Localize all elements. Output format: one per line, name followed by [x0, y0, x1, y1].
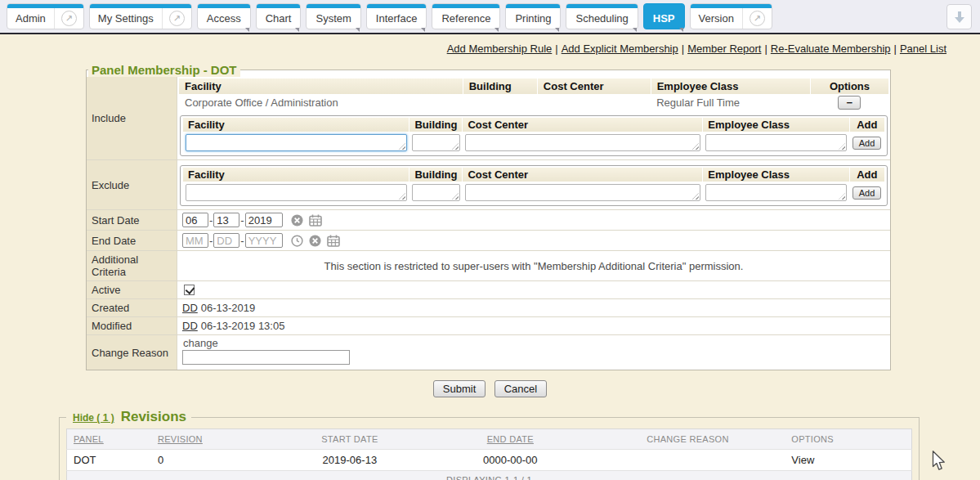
- tab-access[interactable]: Access: [197, 3, 251, 29]
- collapse-header-button[interactable]: [946, 4, 972, 29]
- down-arrow-icon: [953, 11, 966, 24]
- start-date-label: Start Date: [87, 210, 177, 230]
- start-day-input[interactable]: [213, 213, 239, 227]
- tab-interface[interactable]: Interface: [366, 3, 427, 29]
- exclude-building-input[interactable]: [412, 184, 460, 201]
- end-date-row: End Date - -: [87, 230, 890, 250]
- revisions-header-change-reason: CHANGE REASON: [591, 429, 785, 450]
- tab-my-settings-label[interactable]: My Settings: [90, 8, 162, 29]
- created-date: 06-13-2019: [201, 302, 256, 314]
- add-header-facility: Facility: [183, 118, 409, 132]
- add-header-employee-class: Employee Class: [703, 118, 849, 132]
- panel-list-link[interactable]: Panel List: [900, 43, 946, 55]
- tab-chart[interactable]: Chart: [256, 3, 302, 29]
- rules-header-building: Building: [463, 79, 537, 94]
- tab-admin-label[interactable]: Admin: [7, 8, 54, 29]
- link-separator: |: [764, 43, 767, 55]
- time-icon[interactable]: [291, 235, 303, 247]
- link-separator: |: [894, 43, 897, 55]
- active-checkbox-checked[interactable]: [184, 285, 195, 295]
- include-add-box: Facility Building Cost Center Employee C…: [180, 115, 888, 156]
- revisions-paging-status: DISPLAYING 1-1 / 1: [67, 471, 912, 480]
- revision-view-link[interactable]: View: [791, 454, 814, 466]
- link-separator: |: [555, 43, 557, 55]
- submit-button[interactable]: Submit: [433, 380, 486, 397]
- created-user-link[interactable]: DD: [182, 302, 198, 314]
- exclude-add-button[interactable]: Add: [852, 186, 882, 200]
- panel-membership-title: Panel Membership - DOT: [88, 63, 240, 77]
- revision-end-date: 0000-00-00: [430, 450, 590, 471]
- clear-date-icon[interactable]: [291, 214, 303, 227]
- tab-system[interactable]: System: [306, 3, 360, 29]
- end-year-input[interactable]: [245, 233, 283, 248]
- end-day-input[interactable]: [213, 233, 239, 248]
- revisions-hide-toggle[interactable]: Hide ( 1 ): [73, 412, 114, 424]
- add-header-employee-class: Employee Class: [703, 168, 849, 182]
- include-facility-input[interactable]: [186, 134, 407, 151]
- rule-employee-class: Regular Full Time: [651, 94, 810, 111]
- change-reason-input[interactable]: [182, 350, 350, 365]
- external-link-icon: ↗: [750, 11, 765, 26]
- tab-scheduling[interactable]: Scheduling: [566, 3, 638, 29]
- tab-my-settings[interactable]: My Settings ↗: [89, 3, 192, 29]
- start-month-input[interactable]: [182, 213, 208, 227]
- calendar-icon[interactable]: [309, 214, 322, 227]
- add-explicit-membership-link[interactable]: Add Explicit Membership: [562, 43, 678, 55]
- revisions-header-revision[interactable]: REVISION: [151, 429, 270, 450]
- start-year-input[interactable]: [245, 213, 283, 227]
- created-row: Created DD 06-13-2019: [87, 298, 890, 316]
- clear-date-icon[interactable]: [309, 235, 321, 247]
- modified-user-link[interactable]: DD: [182, 320, 198, 332]
- add-membership-rule-link[interactable]: Add Membership Rule: [447, 43, 553, 55]
- add-header-building: Building: [409, 118, 463, 132]
- add-header-add: Add: [849, 168, 884, 182]
- rule-building: [463, 94, 537, 111]
- revisions-header-panel[interactable]: PANEL: [67, 429, 151, 450]
- tab-version[interactable]: Version ↗: [690, 3, 772, 29]
- tab-printing[interactable]: Printing: [505, 3, 561, 29]
- rule-facility: Corporate Office / Administration: [179, 94, 463, 111]
- rule-cost-center: [537, 94, 651, 111]
- date-separator: -: [240, 235, 244, 247]
- active-row: Active: [87, 280, 890, 298]
- re-evaluate-membership-link[interactable]: Re-Evaluate Membership: [771, 43, 891, 55]
- external-link-icon: ↗: [169, 11, 185, 26]
- tab-hsp-active[interactable]: HSP: [643, 3, 685, 29]
- rules-header-options: Options: [811, 79, 889, 94]
- modified-row: Modified DD 06-13-2019 13:05: [87, 316, 890, 334]
- revisions-header-end-date[interactable]: END DATE: [430, 429, 590, 450]
- revisions-fieldset: Hide ( 1 ) Revisions PANEL REVISION STAR…: [59, 409, 920, 480]
- modified-label: Modified: [87, 317, 177, 334]
- exclude-facility-input[interactable]: [186, 184, 407, 201]
- member-report-link[interactable]: Member Report: [687, 43, 761, 55]
- end-month-input[interactable]: [182, 233, 208, 248]
- active-label: Active: [87, 281, 177, 298]
- created-label: Created: [87, 299, 177, 316]
- include-building-input[interactable]: [412, 134, 460, 151]
- external-link-icon: ↗: [61, 11, 77, 26]
- panel-membership-fieldset: Panel Membership - DOT Include Facility …: [86, 63, 891, 370]
- revision-number: 0: [151, 450, 270, 471]
- add-header-add: Add: [849, 118, 884, 132]
- add-header-building: Building: [409, 168, 463, 182]
- exclude-employee-class-input[interactable]: [705, 184, 847, 201]
- include-cost-center-input[interactable]: [465, 134, 700, 151]
- page-action-links: Add Membership Rule|Add Explicit Members…: [0, 34, 980, 56]
- include-employee-class-input[interactable]: [705, 134, 847, 151]
- tab-admin[interactable]: Admin ↗: [7, 3, 84, 29]
- include-add-button[interactable]: Add: [852, 137, 882, 150]
- remove-rule-button[interactable]: −: [838, 96, 861, 110]
- tab-version-label[interactable]: Version: [691, 8, 742, 29]
- top-navbar: Admin ↗ My Settings ↗ Access Chart Syste…: [0, 0, 980, 34]
- restricted-message: This section is restricted to super-user…: [182, 260, 885, 272]
- tab-reference[interactable]: Reference: [432, 3, 500, 29]
- exclude-cost-center-input[interactable]: [465, 184, 700, 201]
- calendar-icon[interactable]: [327, 235, 340, 247]
- modified-date: 06-13-2019 13:05: [201, 320, 285, 332]
- rules-header-cost-center: Cost Center: [537, 79, 651, 94]
- exclude-add-box: Facility Building Cost Center Employee C…: [180, 165, 888, 206]
- revisions-header-start-date: START DATE: [270, 429, 430, 450]
- cancel-button[interactable]: Cancel: [494, 380, 547, 397]
- revisions-table: PANEL REVISION START DATE END DATE CHANG…: [66, 428, 912, 480]
- change-reason-label: Change Reason: [87, 335, 177, 370]
